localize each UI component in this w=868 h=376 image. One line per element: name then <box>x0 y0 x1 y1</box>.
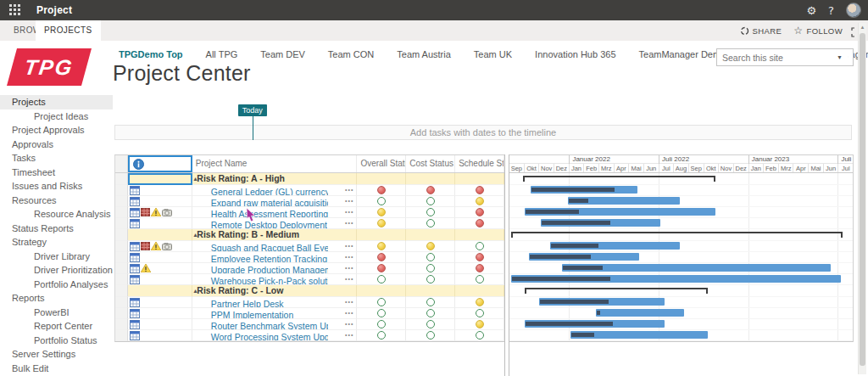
column-header-project-name[interactable]: Project Name <box>192 155 358 172</box>
gantt-bar[interactable] <box>525 208 715 216</box>
sidebar-item-driver-prioritization[interactable]: Driver Prioritization <box>0 263 113 278</box>
sidebar-item-powerbi[interactable]: PowerBI <box>0 306 113 320</box>
search-box[interactable]: ▼ <box>716 48 854 66</box>
gantt-bar[interactable] <box>550 242 680 250</box>
row-menu-button[interactable]: ••• <box>345 265 353 271</box>
project-link[interactable]: Employee Retention Tracking System <box>192 254 328 263</box>
search-input[interactable] <box>717 53 837 63</box>
sidebar-item-bulk-edit[interactable]: Bulk Edit <box>0 362 113 376</box>
row-menu-button[interactable]: ••• <box>345 198 353 204</box>
row-menu-button[interactable]: ••• <box>345 332 353 338</box>
column-header-schedule-status[interactable]: Schedule Status <box>455 155 504 172</box>
sidebar-item-strategy[interactable]: Strategy <box>0 235 113 250</box>
sidebar-item-timesheet[interactable]: Timesheet <box>0 166 113 180</box>
search-icon[interactable] <box>848 53 849 63</box>
scrollbar-thumb[interactable] <box>860 33 865 366</box>
sidebar-item-resources[interactable]: Resources <box>0 194 113 208</box>
group-header-row[interactable]: ▴Risk Rating: A - High <box>115 173 504 185</box>
gantt-bar[interactable] <box>568 197 680 205</box>
cost-status-cell <box>406 308 455 319</box>
project-link[interactable]: Remote Desktop Deployment <box>192 220 327 229</box>
scroll-up-icon[interactable]: ▲ <box>859 23 866 31</box>
sidebar-item-tasks[interactable]: Tasks <box>0 151 113 166</box>
column-header-cost-status[interactable]: Cost Status ↑ <box>406 155 455 172</box>
gantt-bar[interactable] <box>529 253 639 261</box>
timeline-empty-strip[interactable]: Add tasks with dates to the timeline <box>114 125 852 140</box>
nav-link-team-dev[interactable]: Team DEV <box>260 49 305 63</box>
gantt-bar[interactable] <box>570 331 708 339</box>
follow-button[interactable]: ☆ FOLLOW <box>793 25 843 36</box>
gantt-bar[interactable] <box>511 275 841 283</box>
row-gutter <box>115 252 128 263</box>
project-link[interactable]: Health Assessment Reporting Tool <box>192 209 328 218</box>
nav-link-team-austria[interactable]: Team Austria <box>397 49 451 63</box>
row-menu-button[interactable]: ••• <box>345 187 353 193</box>
tpg-logo[interactable]: TPG <box>7 48 92 86</box>
gantt-bar[interactable] <box>596 309 684 317</box>
page-title: Project Center <box>113 61 251 86</box>
row-menu-button[interactable]: ••• <box>345 310 353 316</box>
search-scope-caret-icon[interactable]: ▼ <box>837 54 843 60</box>
help-icon[interactable]: ? <box>828 4 834 17</box>
project-link[interactable]: Partner Help Desk <box>192 299 284 308</box>
share-button[interactable]: SHARE <box>740 26 782 36</box>
sidebar-item-server-settings[interactable]: Server Settings <box>0 347 113 362</box>
collapse-triangle-icon[interactable]: ▴ <box>194 232 198 238</box>
sidebar-item-projects[interactable]: Projects <box>0 95 113 109</box>
project-link[interactable]: Router Benchmark System Upgrade <box>192 321 328 330</box>
project-link[interactable]: Squash and Racquet Ball Eye Wear <box>192 243 328 252</box>
column-header-overall-status[interactable]: Overall Status <box>357 155 406 172</box>
app-launcher-icon[interactable] <box>9 4 21 16</box>
row-menu-button[interactable]: ••• <box>345 243 353 249</box>
camera-icon <box>162 209 172 216</box>
gantt-bar[interactable] <box>531 186 638 194</box>
project-center-page: Project ⚙ ? BROWSE PROJECTS SHARE ☆ FOLL… <box>0 0 868 376</box>
sidebar-item-reports[interactable]: Reports <box>0 291 113 306</box>
sidebar-item-approvals[interactable]: Approvals <box>0 137 113 152</box>
gantt-bar[interactable] <box>525 320 665 328</box>
row-menu-button[interactable]: ••• <box>345 299 353 305</box>
group-status-cell <box>357 229 406 241</box>
project-link[interactable]: General Ledger (GL) currency update <box>192 187 328 196</box>
settings-gear-icon[interactable]: ⚙ <box>806 4 816 17</box>
sidebar-item-portfolio-status[interactable]: Portfolio Status <box>0 334 113 348</box>
sidebar-item-portfolio-analyses[interactable]: Portfolio Analyses <box>0 278 113 292</box>
nav-link-team-con[interactable]: Team CON <box>328 49 374 63</box>
project-link[interactable]: Upgrade Production Management System <box>192 265 328 274</box>
sidebar-item-resource-analysis[interactable]: Resource Analysis <box>0 207 113 222</box>
gantt-task-row <box>509 241 853 252</box>
gantt-bar[interactable] <box>539 298 665 306</box>
sidebar-item-status-reports[interactable]: Status Reports <box>0 222 113 236</box>
avatar[interactable] <box>846 3 861 18</box>
row-menu-button[interactable]: ••• <box>345 220 353 226</box>
nav-link-team-uk[interactable]: Team UK <box>474 49 512 63</box>
project-link[interactable]: PPM Implementation <box>192 310 293 319</box>
sidebar-item-driver-library[interactable]: Driver Library <box>0 250 113 264</box>
group-header-row[interactable]: ▴Risk Rating: C - Low <box>115 285 504 297</box>
sidebar-item-issues-and-risks[interactable]: Issues and Risks <box>0 179 113 194</box>
project-name-cell: Employee Retention Tracking System••• <box>192 252 358 263</box>
tab-projects[interactable]: PROJECTS <box>36 20 101 41</box>
group-header-row[interactable]: ▴Risk Rating: B - Medium <box>115 229 504 241</box>
info-column-header[interactable] <box>128 155 192 172</box>
row-menu-button[interactable]: ••• <box>345 276 353 282</box>
project-icon <box>130 253 140 262</box>
vertical-scrollbar[interactable]: ▲ <box>858 23 866 374</box>
row-menu-button[interactable]: ••• <box>345 321 353 327</box>
gantt-bar[interactable] <box>541 219 660 227</box>
mouse-cursor <box>246 207 259 223</box>
project-link[interactable]: Word Processing System Upgrade <box>192 332 328 341</box>
nav-link-innovation-hub-365[interactable]: Innovation Hub 365 <box>535 49 615 63</box>
project-link[interactable]: Expand raw material acquisition vendor l… <box>192 198 328 207</box>
gantt-bar[interactable] <box>562 264 831 272</box>
nav-link-teammanager-demo[interactable]: TeamManager Demo <box>639 49 726 63</box>
collapse-triangle-icon[interactable]: ▴ <box>194 288 198 294</box>
sidebar-item-project-ideas[interactable]: Project Ideas <box>0 109 113 124</box>
project-link[interactable]: Warehouse Pick-n-Pack solution <box>192 276 328 285</box>
sidebar-item-report-center[interactable]: Report Center <box>0 319 113 334</box>
gantt-group-row <box>509 285 853 297</box>
sidebar-item-project-approvals[interactable]: Project Approvals <box>0 123 113 137</box>
collapse-triangle-icon[interactable]: ▴ <box>194 176 198 182</box>
row-menu-button[interactable]: ••• <box>345 209 353 215</box>
row-menu-button[interactable]: ••• <box>345 254 353 260</box>
